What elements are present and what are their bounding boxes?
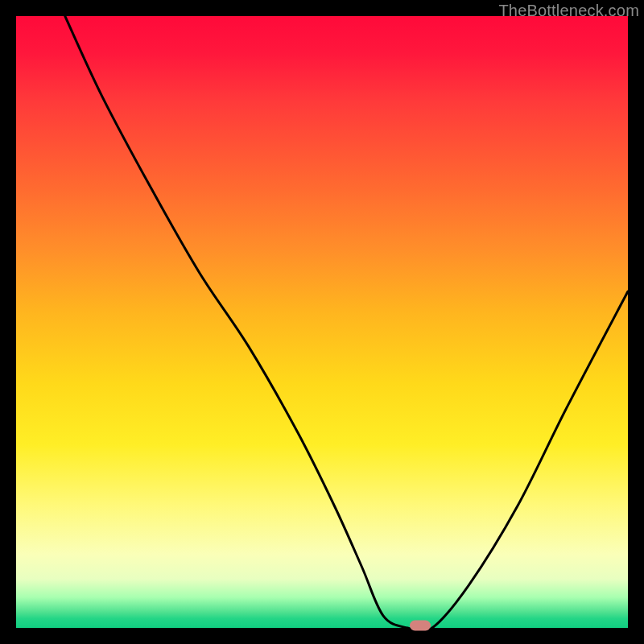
chart-plot-area <box>16 16 628 628</box>
optimal-point-marker <box>410 621 431 631</box>
chart-frame <box>16 16 628 628</box>
bottleneck-curve <box>65 16 628 628</box>
